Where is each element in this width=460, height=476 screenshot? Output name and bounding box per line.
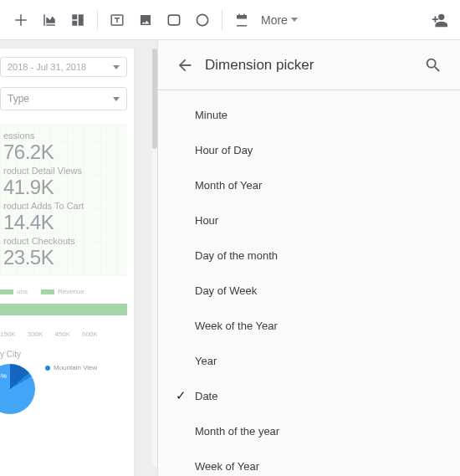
picker-title: Dimension picker xyxy=(205,57,314,74)
chart-icon[interactable] xyxy=(35,6,64,34)
add-person-icon[interactable] xyxy=(425,6,453,34)
chevron-down-icon xyxy=(113,97,120,101)
picker-item[interactable]: Week of the Year xyxy=(158,308,460,343)
picker-item-label: Week of Year xyxy=(195,460,259,473)
picker-item-label: Year xyxy=(195,355,217,367)
type-selector[interactable]: Type xyxy=(0,87,127,110)
legend-swatch xyxy=(0,289,13,294)
legend-label: ons xyxy=(17,288,28,295)
picker-item[interactable]: Minute xyxy=(158,97,460,132)
picker-list: MinuteHour of DayMonth of YearHourDay of… xyxy=(158,90,460,476)
picker-item[interactable]: Month of Year xyxy=(158,167,460,202)
legend-dot xyxy=(45,366,50,371)
text-box-icon[interactable] xyxy=(103,6,131,34)
svg-point-1 xyxy=(143,17,145,18)
separator xyxy=(97,10,98,30)
picker-item[interactable]: Week of Year xyxy=(158,448,460,476)
picker-item-label: Month of the year xyxy=(195,425,279,438)
axis-labels: 150K 300K 450K 600K xyxy=(0,330,127,338)
picker-item-label: Hour xyxy=(195,214,218,227)
separator xyxy=(222,10,222,30)
svg-point-3 xyxy=(197,14,207,25)
picker-header: Dimension picker xyxy=(158,40,460,90)
picker-item[interactable]: Day of the month xyxy=(158,238,460,273)
picker-item-label: Month of Year xyxy=(195,179,262,192)
circle-icon[interactable] xyxy=(188,6,217,34)
layout-icon[interactable] xyxy=(64,6,92,34)
picker-item-label: Minute xyxy=(195,109,227,121)
picker-item[interactable]: ✓Date xyxy=(158,378,460,413)
picker-item[interactable]: Hour xyxy=(158,202,460,238)
report-canvas-area: 2018 - Jul 31, 2018 Type essions 76.2K r… xyxy=(0,40,157,476)
chevron-down-icon xyxy=(113,65,120,69)
scorecard-grid: essions 76.2K roduct Detail Views 41.9K … xyxy=(0,124,127,276)
metric-value: 23.5K xyxy=(3,246,124,269)
type-label: Type xyxy=(8,93,29,105)
picker-item[interactable]: Hour of Day xyxy=(158,132,460,167)
picker-item-label: Day of Week xyxy=(195,284,257,297)
axis-tick: 300K xyxy=(28,330,43,338)
dimension-picker-panel: Dimension picker MinuteHour of DayMonth … xyxy=(157,40,460,476)
metric-value: 76.2K xyxy=(3,141,124,164)
picker-item[interactable]: Day of Week xyxy=(158,273,460,308)
date-range-selector[interactable]: 2018 - Jul 31, 2018 xyxy=(0,57,127,77)
metric-value: 14.4K xyxy=(3,211,124,234)
picker-item-label: Day of the month xyxy=(195,249,278,262)
scrollbar[interactable] xyxy=(152,49,157,467)
axis-tick: 450K xyxy=(54,330,70,338)
pie-chart: 14% xyxy=(0,364,35,414)
check-icon: ✓ xyxy=(170,388,192,403)
report-canvas[interactable]: 2018 - Jul 31, 2018 Type essions 76.2K r… xyxy=(0,49,134,476)
pie-percent: 14% xyxy=(0,372,7,380)
picker-item-label: Week of the Year xyxy=(195,320,278,332)
metric-label: roduct Adds To Cart xyxy=(3,201,124,211)
legend-swatch xyxy=(41,289,54,294)
legend-label: Revenue xyxy=(58,288,84,295)
legend-label: Mountain View xyxy=(54,364,97,371)
image-icon[interactable] xyxy=(131,6,160,34)
pie-legend: Mountain View xyxy=(45,364,97,371)
metric-label: roduct Detail Views xyxy=(3,166,124,176)
align-icon[interactable] xyxy=(7,6,35,34)
toolbar: More xyxy=(0,0,460,40)
picker-item-label: Hour of Day xyxy=(195,144,253,156)
date-range-icon[interactable] xyxy=(227,6,256,34)
svg-rect-2 xyxy=(168,15,179,25)
back-button[interactable] xyxy=(171,52,198,79)
picker-item-label: Date xyxy=(195,390,217,402)
date-range-text: 2018 - Jul 31, 2018 xyxy=(8,62,86,72)
city-label: y City xyxy=(0,350,127,359)
axis-tick: 600K xyxy=(82,330,98,338)
axis-tick: 150K xyxy=(0,330,16,338)
search-button[interactable] xyxy=(420,52,447,79)
metric-value: 41.9K xyxy=(3,176,124,199)
bar-chart xyxy=(0,304,127,315)
rectangle-icon[interactable] xyxy=(160,6,188,34)
chart-legend: ons Revenue xyxy=(0,288,127,295)
chevron-down-icon xyxy=(291,18,298,22)
metric-label: essions xyxy=(3,131,124,141)
metric-label: roduct Checkouts xyxy=(3,236,124,246)
picker-item[interactable]: Month of the year xyxy=(158,413,460,448)
more-dropdown[interactable]: More xyxy=(256,13,303,27)
more-label: More xyxy=(261,13,288,27)
picker-item[interactable]: Year xyxy=(158,343,460,378)
